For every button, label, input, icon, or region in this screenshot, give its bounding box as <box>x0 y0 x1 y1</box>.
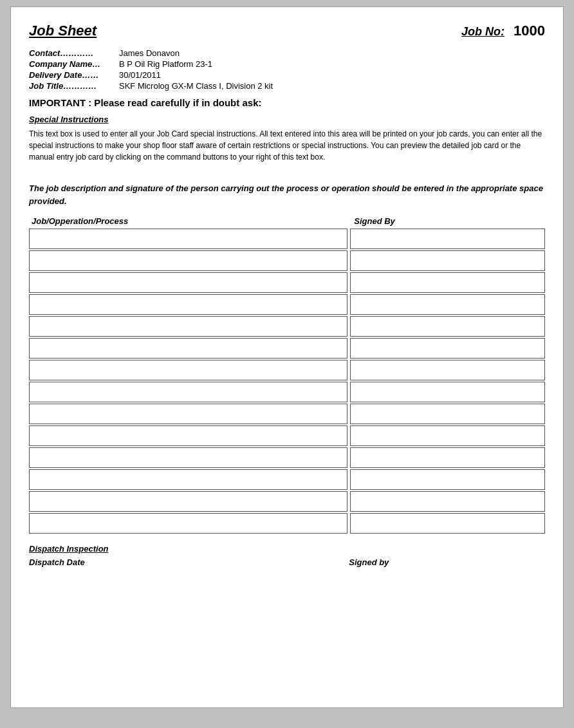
cell-job-8[interactable] <box>29 404 347 424</box>
contact-row: Contact………… James Donavon <box>29 48 545 58</box>
cell-job-0[interactable] <box>29 229 347 249</box>
special-instructions-label: Special Instructions <box>29 115 545 124</box>
cell-job-13[interactable] <box>29 513 347 534</box>
table-row <box>29 338 545 359</box>
contact-label: Contact………… <box>29 48 119 58</box>
table-row <box>29 229 545 249</box>
cell-job-2[interactable] <box>29 272 347 293</box>
company-value: B P Oil Rig Platform 23-1 <box>119 59 212 69</box>
cell-signed-0[interactable] <box>350 229 545 249</box>
cell-signed-9[interactable] <box>350 425 545 446</box>
job-no-block: Job No: 1000 <box>461 23 545 39</box>
col-signed-header: Signed By <box>349 216 545 226</box>
job-title-value: SKF Microlog GX-M Class I, Division 2 ki… <box>119 81 273 91</box>
dispatch-row: Dispatch Date Signed by <box>29 557 545 567</box>
cell-job-11[interactable] <box>29 469 347 490</box>
cell-signed-10[interactable] <box>350 447 545 468</box>
cell-signed-12[interactable] <box>350 491 545 512</box>
table-rows <box>29 229 545 534</box>
delivery-row: Delivery Date…… 30/01/2011 <box>29 70 545 80</box>
table-row <box>29 316 545 337</box>
info-section: Contact………… James Donavon Company Name… … <box>29 48 545 91</box>
delivery-value: 30/01/2011 <box>119 70 161 80</box>
job-table: Job/Opperation/Process Signed By <box>29 216 545 534</box>
cell-job-10[interactable] <box>29 447 347 468</box>
cell-signed-6[interactable] <box>350 360 545 380</box>
cell-signed-11[interactable] <box>350 469 545 490</box>
dispatch-signed-label: Signed by <box>349 557 545 567</box>
cell-signed-7[interactable] <box>350 382 545 402</box>
cell-signed-1[interactable] <box>350 250 545 271</box>
cell-signed-2[interactable] <box>350 272 545 293</box>
cell-job-12[interactable] <box>29 491 347 512</box>
cell-job-9[interactable] <box>29 425 347 446</box>
cell-job-5[interactable] <box>29 338 347 359</box>
company-row: Company Name… B P Oil Rig Platform 23-1 <box>29 59 545 69</box>
job-no-value: 1000 <box>514 23 545 39</box>
header: Job Sheet Job No: 1000 <box>29 23 545 39</box>
contact-value: James Donavon <box>119 48 180 58</box>
cell-job-3[interactable] <box>29 294 347 315</box>
job-sheet-page: Job Sheet Job No: 1000 Contact………… James… <box>10 6 564 708</box>
table-row <box>29 294 545 315</box>
table-row <box>29 513 545 534</box>
cell-signed-3[interactable] <box>350 294 545 315</box>
table-row <box>29 469 545 490</box>
special-instructions-text: This text box is used to enter all your … <box>29 128 545 163</box>
cell-job-1[interactable] <box>29 250 347 271</box>
job-no-label: Job No: <box>461 25 505 39</box>
col-job-header: Job/Opperation/Process <box>29 216 349 226</box>
cell-signed-4[interactable] <box>350 316 545 337</box>
table-row <box>29 360 545 380</box>
table-row <box>29 491 545 512</box>
cell-signed-13[interactable] <box>350 513 545 534</box>
table-row <box>29 425 545 446</box>
delivery-label: Delivery Date…… <box>29 70 119 80</box>
page-title: Job Sheet <box>29 23 97 39</box>
important-notice: IMPORTANT : Please read carefully if in … <box>29 97 545 108</box>
table-row <box>29 250 545 271</box>
dispatch-label: Dispatch Inspection <box>29 544 545 554</box>
job-desc-note: The job description and signature of the… <box>29 182 545 207</box>
table-row <box>29 447 545 468</box>
company-label: Company Name… <box>29 59 119 69</box>
dispatch-date-label: Dispatch Date <box>29 557 349 567</box>
table-row <box>29 382 545 402</box>
cell-job-6[interactable] <box>29 360 347 380</box>
table-row <box>29 404 545 424</box>
job-title-row: Job Title………… SKF Microlog GX-M Class I,… <box>29 81 545 91</box>
cell-signed-8[interactable] <box>350 404 545 424</box>
table-header: Job/Opperation/Process Signed By <box>29 216 545 226</box>
cell-signed-5[interactable] <box>350 338 545 359</box>
job-title-label: Job Title………… <box>29 81 119 91</box>
cell-job-4[interactable] <box>29 316 347 337</box>
dispatch-section: Dispatch Inspection Dispatch Date Signed… <box>29 544 545 567</box>
table-row <box>29 272 545 293</box>
cell-job-7[interactable] <box>29 382 347 402</box>
